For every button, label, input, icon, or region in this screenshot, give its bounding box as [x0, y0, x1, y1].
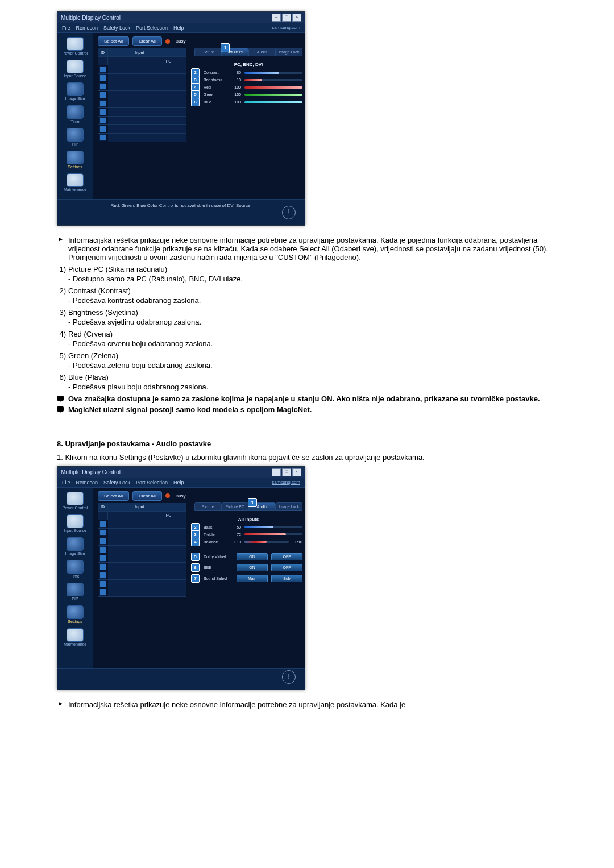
minimize-button[interactable]: – [272, 14, 281, 22]
grid-checkbox[interactable] [99, 555, 106, 562]
grid-checkbox[interactable] [99, 134, 106, 141]
info-icon[interactable]: ! [282, 670, 296, 684]
sidebar-item-power[interactable]: Power Control [57, 491, 93, 510]
sidebar-item-time[interactable]: Time [57, 105, 93, 124]
slider-value: 50 [231, 525, 241, 529]
sidebar-item-input[interactable]: Input Source [57, 514, 93, 533]
busy-label: Busy [176, 493, 186, 499]
sidebar-item-input[interactable]: Input Source [57, 59, 93, 78]
sidebar-item-settings[interactable]: Settings [57, 150, 93, 169]
toggle-option-b[interactable]: OFF [271, 564, 302, 571]
tab-picture[interactable]: Picture [194, 502, 222, 511]
slider-track[interactable] [244, 101, 302, 103]
slider-track[interactable] [244, 86, 302, 89]
grid-checkbox[interactable] [99, 66, 106, 73]
info-icon[interactable]: ! [282, 206, 296, 219]
menu-safetylock[interactable]: Safety Lock [103, 480, 130, 485]
grid-checkbox[interactable] [99, 83, 106, 90]
toggle-option-a[interactable]: ON [237, 564, 268, 571]
menu-link-samsung[interactable]: samsung.com [272, 25, 300, 31]
grid-checkbox[interactable] [99, 538, 106, 545]
menu-portselection[interactable]: Port Selection [136, 25, 168, 31]
slider-track[interactable] [244, 541, 289, 543]
doc-list-item: 4)Red (Crvena) [57, 330, 557, 338]
clear-all-button[interactable]: Clear All [132, 36, 162, 46]
grid-checkbox[interactable] [99, 117, 106, 124]
footer-area: ! [57, 668, 305, 690]
grid-header-id: ID [98, 48, 108, 56]
select-all-button[interactable]: Select All [98, 36, 129, 46]
maximize-button[interactable]: □ [282, 468, 291, 476]
slider-track[interactable] [244, 72, 302, 74]
tab-image-lock[interactable]: Image Lock [276, 502, 303, 511]
sidebar-item-time[interactable]: Time [57, 559, 93, 579]
maximize-button[interactable]: □ [282, 14, 291, 22]
toggle-option-b[interactable]: OFF [271, 553, 302, 560]
select-all-button[interactable]: Select All [98, 491, 129, 501]
grid-checkbox[interactable] [99, 529, 106, 536]
divider [57, 422, 557, 422]
tab-image-lock[interactable]: Image Lock [276, 48, 303, 56]
slider-value: 85 [231, 70, 241, 74]
grid-checkbox[interactable] [99, 563, 106, 570]
doc-intro-1: Informacijska rešetka prikazuje neke osn… [57, 236, 557, 261]
close-button[interactable]: × [292, 14, 301, 22]
grid-checkbox[interactable] [99, 100, 106, 107]
slider-value: 10 [231, 78, 241, 82]
grid-checkbox[interactable] [99, 74, 106, 81]
toggle-option-b[interactable]: Sub [271, 575, 302, 582]
sidebar-item-imagesize[interactable]: Image Size [57, 537, 93, 556]
power-icon [67, 492, 84, 505]
sidebar-item-maintenance[interactable]: Maintenance [57, 628, 93, 647]
close-button[interactable]: × [292, 468, 301, 476]
menu-portselection[interactable]: Port Selection [136, 480, 168, 485]
doc-list-item: 5)Green (Zelena) [57, 351, 557, 360]
sidebar-item-pip[interactable]: PIP [57, 127, 93, 147]
menu-file[interactable]: File [62, 480, 70, 485]
sidebar-item-power[interactable]: Power Control [57, 36, 93, 56]
sidebar-item-maintenance[interactable]: Maintenance [57, 173, 93, 192]
grid-checkbox[interactable] [99, 546, 106, 553]
menu-remocon[interactable]: Remocon [76, 25, 98, 31]
app-title: Multiple Display Control [61, 15, 121, 21]
grid-checkbox[interactable] [99, 521, 106, 528]
sidebar-item-pip[interactable]: PIP [57, 582, 93, 601]
tab-audio[interactable]: Audio [248, 48, 276, 56]
tab-picture[interactable]: Picture [194, 48, 222, 56]
tab-picture-pc[interactable]: Picture PC [222, 502, 249, 511]
settings-icon [67, 151, 84, 164]
time-icon [67, 560, 84, 574]
clear-all-button[interactable]: Clear All [132, 491, 162, 501]
grid-checkbox[interactable] [99, 126, 106, 132]
menu-link-samsung[interactable]: samsung.com [272, 480, 300, 485]
sidebar-item-imagesize[interactable]: Image Size [57, 82, 93, 101]
minimize-button[interactable]: – [272, 468, 281, 476]
grid-header-input: Input [128, 503, 151, 511]
doc-intro-2: Informacijska rešetka prikazuje neke osn… [57, 700, 557, 709]
pip-icon [67, 583, 84, 596]
menu-safetylock[interactable]: Safety Lock [103, 25, 130, 31]
grid-checkbox[interactable] [99, 572, 106, 579]
toggle-option-a[interactable]: Main [237, 575, 268, 582]
tab-badge-1: 1 [221, 43, 230, 52]
slider-track[interactable] [244, 526, 302, 528]
sidebar-item-settings[interactable]: Settings [57, 605, 93, 624]
doc-note-1: Ova značajka dostupna je samo za zaslone… [57, 394, 557, 403]
slider-track[interactable] [244, 94, 302, 96]
toggle-option-a[interactable]: ON [237, 553, 268, 560]
menu-help[interactable]: Help [173, 25, 184, 31]
menu-remocon[interactable]: Remocon [76, 480, 98, 485]
titlebar: Multiple Display Control – □ × [57, 12, 305, 23]
slider-track[interactable] [244, 79, 302, 81]
grid-header-input: Input [128, 48, 151, 56]
grid-checkbox[interactable] [99, 580, 106, 587]
doc-list-sub: - Podešava svjetlinu odabranog zaslona. [57, 318, 557, 326]
grid-checkbox[interactable] [99, 92, 106, 98]
slider-track[interactable] [244, 533, 302, 535]
grid-checkbox[interactable] [99, 589, 106, 596]
grid-checkbox[interactable] [99, 109, 106, 115]
row-badge: 6 [191, 98, 200, 106]
menu-file[interactable]: File [62, 25, 70, 31]
menu-help[interactable]: Help [173, 480, 184, 485]
doc-list-item: 3)Brightness (Svjetlina) [57, 308, 557, 317]
